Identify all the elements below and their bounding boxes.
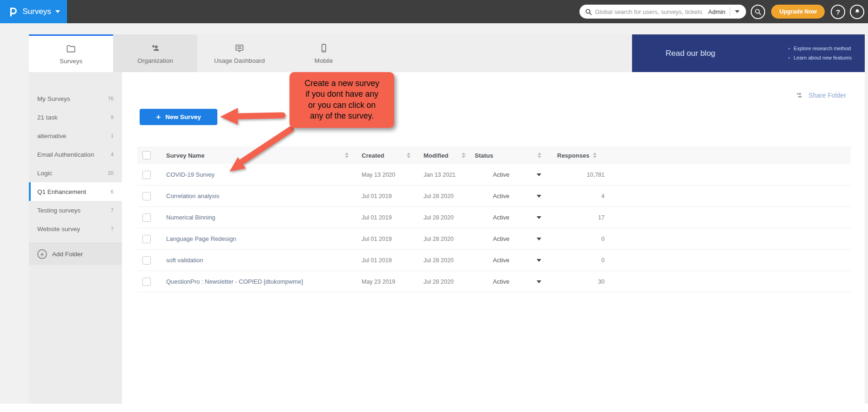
table-row[interactable]: COVID-19 Survey May 13 2020 Jan 13 2021 …: [137, 164, 851, 186]
sidebar-item-21-task[interactable]: 21 task 9: [29, 108, 122, 126]
search-button[interactable]: [751, 5, 765, 19]
row-checkbox[interactable]: [142, 256, 151, 265]
survey-name-link[interactable]: COVID-19 Survey: [166, 171, 215, 178]
row-checkbox[interactable]: [142, 278, 151, 286]
column-label: Status: [475, 152, 493, 159]
responses-count: 30: [557, 279, 606, 285]
search-scope-dropdown[interactable]: [730, 10, 744, 13]
tab-mobile[interactable]: Mobile: [282, 34, 366, 72]
share-person-icon: [794, 91, 804, 100]
chevron-down-icon: [735, 10, 740, 13]
survey-name-link[interactable]: Language Page Redesign: [166, 235, 236, 242]
help-button[interactable]: ?: [831, 5, 845, 19]
tab-label: Mobile: [315, 57, 333, 64]
status-dropdown-icon[interactable]: [537, 259, 541, 262]
table-row[interactable]: Numerical Binning Jul 01 2019 Jul 28 202…: [137, 207, 851, 228]
folder-count: 1: [111, 133, 114, 139]
sidebar-item-alternative[interactable]: alternative 1: [29, 126, 122, 145]
new-survey-button[interactable]: + New Survey: [140, 109, 217, 125]
folder-icon: [66, 43, 76, 54]
row-checkbox[interactable]: [142, 213, 151, 222]
row-checkbox[interactable]: [142, 192, 151, 200]
sort-icon[interactable]: [538, 153, 541, 158]
new-survey-label: New Survey: [165, 113, 201, 120]
table-row[interactable]: Correlation analysis Jul 01 2019 Jul 28 …: [137, 186, 851, 207]
folder-label: Testing surveys: [37, 207, 81, 214]
sidebar-item-testing-surveys[interactable]: Testing surveys 7: [29, 201, 122, 219]
question-mark-icon: ?: [836, 8, 840, 16]
bell-icon: [854, 8, 861, 15]
sidebar-item-logic[interactable]: Logic 20: [29, 164, 122, 182]
select-all-checkbox[interactable]: [142, 151, 151, 159]
folder-count: 76: [108, 96, 114, 101]
status-dropdown-icon[interactable]: [537, 280, 541, 283]
tab-usage-dashboard[interactable]: Usage Dashboard: [197, 34, 282, 72]
sidebar-item-my-surveys[interactable]: My Surveys 76: [29, 89, 122, 108]
created-date: Jul 01 2019: [362, 193, 392, 199]
upgrade-now-button[interactable]: Upgrade Now: [771, 5, 825, 19]
share-folder-button[interactable]: Share Folder: [794, 91, 846, 100]
tab-label: Organization: [137, 57, 173, 64]
row-checkbox[interactable]: [142, 235, 151, 243]
search-scope: Admin: [707, 8, 730, 15]
survey-name-link[interactable]: Numerical Binning: [166, 214, 215, 221]
table-row[interactable]: soft validation Jul 01 2019 Jul 28 2020 …: [137, 250, 851, 271]
folder-count: 7: [111, 207, 114, 213]
sidebar-item-email-authentication[interactable]: Email Authentication 4: [29, 145, 122, 164]
status-value: Active: [475, 257, 509, 264]
tab-surveys[interactable]: Surveys: [29, 34, 113, 72]
header-created: Created: [351, 152, 413, 159]
responses-count: 0: [557, 257, 606, 264]
callout-text: if you dont have any: [293, 89, 390, 100]
status-value: Active: [475, 171, 509, 178]
tab-organization[interactable]: Organization: [113, 34, 197, 72]
add-folder-button[interactable]: + Add Folder: [29, 243, 122, 265]
created-date: Jul 01 2019: [362, 236, 392, 242]
sidebar-item-q1-enhancement[interactable]: Q1 Enhancement 6: [29, 182, 122, 201]
blog-banner-title[interactable]: Read our blog: [632, 49, 715, 58]
folder-count: 9: [111, 114, 114, 120]
sort-icon[interactable]: [462, 153, 465, 158]
folder-count: 7: [111, 226, 114, 232]
modified-date: Jul 28 2020: [424, 193, 454, 199]
search-icon: [754, 8, 761, 15]
annotation-callout: Create a new survey if you dont have any…: [289, 72, 394, 128]
modified-date: Jul 28 2020: [424, 257, 454, 264]
header-survey-name: Survey Name: [158, 152, 351, 159]
search-input[interactable]: [592, 8, 706, 15]
status-dropdown-icon[interactable]: [537, 216, 541, 219]
created-date: May 13 2020: [362, 172, 395, 178]
survey-name-link[interactable]: QuestionPro : Newsletter - COPIED [dtuko…: [166, 278, 303, 285]
created-date: Jul 01 2019: [362, 214, 392, 221]
blog-bullet-link[interactable]: Learn about new features: [788, 53, 852, 63]
table-row[interactable]: QuestionPro : Newsletter - COPIED [dtuko…: [137, 271, 851, 292]
column-label: Survey Name: [166, 152, 204, 159]
folder-label: alternative: [37, 133, 66, 140]
folder-label: Q1 Enhancement: [37, 188, 86, 195]
questionpro-logo-icon: [7, 6, 18, 17]
product-name: Surveys: [22, 7, 51, 16]
survey-name-link[interactable]: Correlation analysis: [166, 193, 219, 199]
status-dropdown-icon[interactable]: [537, 238, 541, 240]
sort-icon[interactable]: [593, 153, 597, 158]
main-area: My Surveys 76 21 task 9 alternative 1 Em…: [29, 72, 865, 404]
status-dropdown-icon[interactable]: [537, 195, 541, 198]
row-checkbox[interactable]: [142, 171, 151, 179]
sort-icon[interactable]: [345, 153, 349, 158]
status-dropdown-icon[interactable]: [537, 173, 541, 176]
folder-count: 20: [108, 170, 114, 176]
survey-name-link[interactable]: soft validation: [166, 257, 203, 264]
blog-bullet-link[interactable]: Explore research method: [788, 44, 852, 53]
notifications-button[interactable]: [850, 5, 864, 19]
tab-label: Usage Dashboard: [214, 57, 265, 64]
responses-count: 10,781: [557, 172, 606, 178]
folders-sidebar: My Surveys 76 21 task 9 alternative 1 Em…: [29, 72, 122, 404]
tab-label: Surveys: [60, 58, 82, 65]
sidebar-item-website-survey[interactable]: Website survey 7: [29, 219, 122, 238]
sort-icon[interactable]: [407, 153, 410, 158]
modified-date: Jul 28 2020: [424, 236, 454, 242]
table-row[interactable]: Language Page Redesign Jul 01 2019 Jul 2…: [137, 228, 851, 250]
product-switcher[interactable]: Surveys: [0, 0, 67, 23]
search-icon: [585, 8, 592, 15]
header-status: Status: [468, 152, 545, 159]
